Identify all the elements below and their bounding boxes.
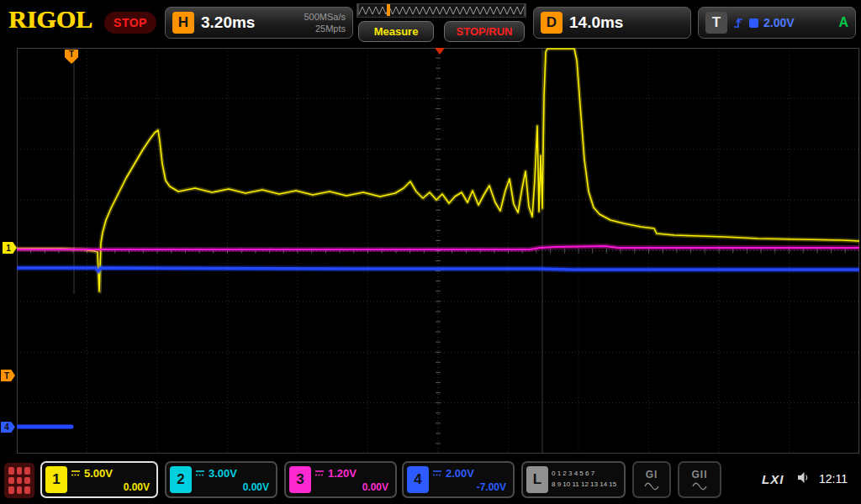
generator-2-label: GII <box>691 469 707 480</box>
coupling-icon <box>195 470 205 477</box>
memory-waveform-thumbnail <box>357 4 526 17</box>
trigger-level-marker[interactable]: T <box>1 370 15 381</box>
delay-panel[interactable]: D 14.0ms <box>533 7 691 39</box>
timebase-value: 3.20ms <box>201 13 255 32</box>
channel-2-number: 2 <box>170 466 192 493</box>
coupling-icon <box>432 470 442 477</box>
sine-icon <box>692 482 707 491</box>
acquisition-info: 500MSa/s 25Mpts <box>304 11 346 35</box>
sample-rate-value: 500MSa/s <box>304 11 346 23</box>
trigger-level-value: 2.00V <box>763 16 795 29</box>
rigol-logo: RIGOL <box>8 5 92 34</box>
top-bar: RIGOL STOP H 3.20ms 500MSa/s 25Mpts Meas… <box>0 0 861 46</box>
acquisition-status-badge: STOP <box>104 12 156 34</box>
generator-2-badge[interactable]: GII <box>678 461 721 498</box>
delay-icon: D <box>541 12 563 34</box>
graticule <box>17 48 859 454</box>
clock: 12:11 <box>819 472 848 486</box>
channel-4-badge[interactable]: 4 2.00V -7.00V <box>402 461 515 498</box>
horizontal-panel[interactable]: H 3.20ms 500MSa/s 25Mpts <box>165 7 353 39</box>
channel-1-scale: 5.00V <box>84 467 113 480</box>
channel-2-offset: 0.00V <box>195 481 269 493</box>
channel-4-position-marker[interactable]: 4 <box>1 422 15 433</box>
logic-digits-row2: 8 9 10 11 12 13 14 15 <box>552 480 616 491</box>
bottom-bar: 1 5.00V 0.00V 2 3.00V 0.00V <box>0 459 861 504</box>
waveform-display: 1 T 4 T <box>0 46 861 459</box>
trigger-slope-icon <box>732 15 744 30</box>
delay-value: 14.0ms <box>569 13 623 32</box>
lxi-badge: LXI <box>762 472 784 486</box>
channel-3-badge[interactable]: 3 1.20V 0.00V <box>284 461 397 498</box>
channel-2-badge[interactable]: 2 3.00V 0.00V <box>165 461 277 498</box>
channel-1-position-marker[interactable]: 1 <box>3 242 17 254</box>
logic-channels-badge[interactable]: L 0 1 2 3 4 5 6 7 8 9 10 11 12 13 14 15 <box>521 461 626 498</box>
trigger-sweep-badge: A <box>838 15 848 30</box>
channel-4-scale: 2.00V <box>446 467 474 480</box>
coupling-icon <box>314 470 325 477</box>
channel-3-number: 3 <box>289 466 311 493</box>
generator-1-badge[interactable]: GI <box>632 461 671 498</box>
sine-icon <box>644 482 659 491</box>
channel-1-number: 1 <box>45 466 67 493</box>
horizontal-icon: H <box>172 12 194 34</box>
trigger-source-icon <box>749 18 758 28</box>
channel-4-offset: -7.00V <box>432 481 506 493</box>
generator-1-label: GI <box>646 469 658 480</box>
channel-3-scale: 1.20V <box>328 467 357 480</box>
channel-1-offset: 0.00V <box>71 481 150 493</box>
memory-depth-value: 25Mpts <box>304 23 346 34</box>
trigger-icon: T <box>705 12 727 34</box>
memory-position-strip[interactable] <box>357 3 526 18</box>
channel-1-badge[interactable]: 1 5.00V 0.00V <box>40 461 158 498</box>
logic-digits-row1: 0 1 2 3 4 5 6 7 <box>552 469 616 480</box>
channel-3-offset: 0.00V <box>314 481 388 493</box>
logic-icon: L <box>526 466 548 493</box>
channel-4-number: 4 <box>407 466 429 493</box>
speaker-icon <box>797 471 811 484</box>
channel-2-scale: 3.00V <box>209 467 237 480</box>
stop-run-button[interactable]: STOP/RUN <box>444 21 525 42</box>
measure-button[interactable]: Measure <box>358 21 434 42</box>
coupling-icon <box>71 470 81 477</box>
trigger-panel[interactable]: T 2.00V A <box>698 7 856 39</box>
menu-button[interactable] <box>4 463 34 498</box>
center-time-reference-icon <box>435 48 445 55</box>
